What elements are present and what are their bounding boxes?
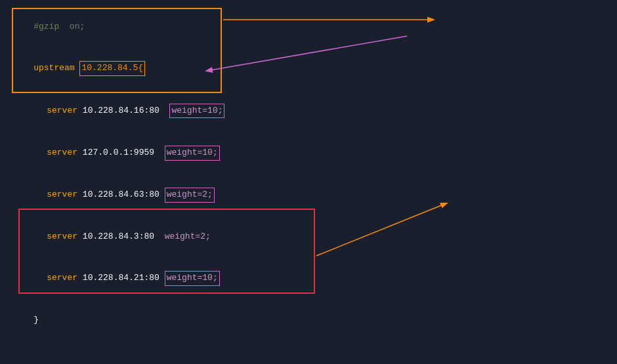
code-block: #gzip on; upstream 10.228.84.5{ server 1… bbox=[0, 0, 617, 364]
upstream-keyword: 10.228.84.5{ bbox=[79, 61, 145, 76]
weight-box-5: weight=10; bbox=[165, 271, 220, 286]
line-server4: server 10.228.84.3:80 weight=2; bbox=[13, 216, 604, 257]
line-server-open: server { bbox=[13, 354, 604, 364]
line-upstream-close: } bbox=[13, 300, 604, 340]
line-gzip: #gzip on; bbox=[13, 7, 604, 47]
line-server5: server 10.228.84.21:80 weight=10; bbox=[13, 257, 604, 299]
line-server2: server 127.0.0.1:9959 weight=10; bbox=[13, 132, 604, 174]
weight-box-3: weight=2; bbox=[165, 188, 215, 203]
line-server3: server 10.228.84.63:80 weight=2; bbox=[13, 174, 604, 216]
weight-box-1: weight=10; bbox=[169, 104, 224, 119]
weight-box-2: weight=10; bbox=[165, 146, 220, 161]
blank1 bbox=[13, 340, 604, 354]
line-upstream: upstream 10.228.84.5{ bbox=[13, 47, 604, 89]
line-server1: server 10.228.84.16:80 weight=10; bbox=[13, 90, 604, 132]
